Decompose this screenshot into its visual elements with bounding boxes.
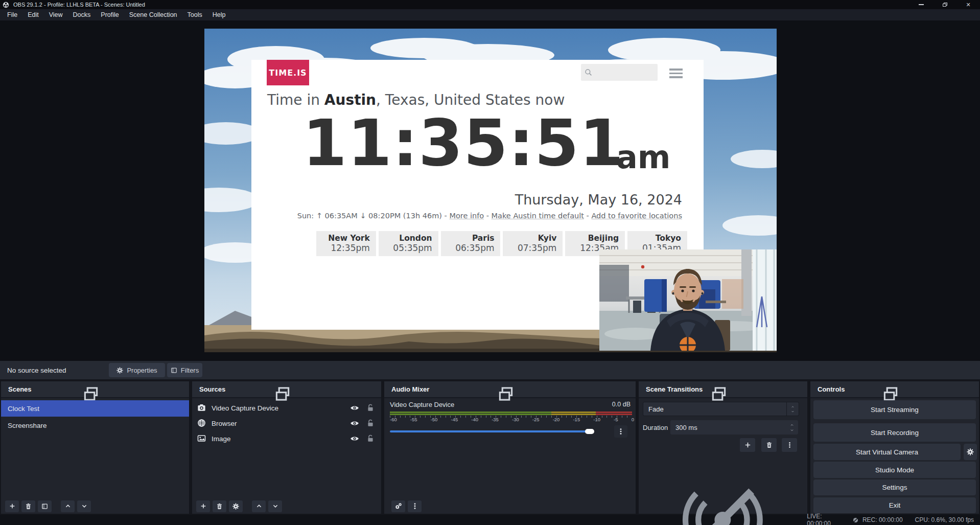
timeis-search-box bbox=[581, 64, 658, 81]
filters-button[interactable]: Filters bbox=[167, 363, 202, 377]
popout-icon[interactable] bbox=[0, 386, 185, 402]
source-row-image[interactable]: Image bbox=[192, 431, 381, 446]
studio-mode-button[interactable]: Studio Mode bbox=[813, 462, 976, 478]
timeis-logo: TIME.IS bbox=[267, 60, 309, 85]
scene-item-clock-test[interactable]: Clock Test bbox=[1, 400, 189, 417]
mixer-db-value: 0.0 dB bbox=[612, 401, 631, 408]
scene-filters-button[interactable] bbox=[38, 500, 52, 512]
visibility-eye-icon[interactable] bbox=[350, 419, 359, 428]
remove-scene-button[interactable] bbox=[21, 500, 35, 512]
city-clock: Kyiv07:35pm bbox=[503, 231, 563, 256]
popout-icon[interactable] bbox=[380, 386, 632, 402]
move-source-up-button[interactable] bbox=[252, 500, 266, 512]
chevron-down-icon bbox=[789, 428, 795, 432]
start-streaming-button[interactable]: Start Streaming bbox=[813, 400, 976, 419]
menu-tools[interactable]: Tools bbox=[182, 9, 207, 20]
volume-slider[interactable] bbox=[390, 430, 589, 432]
mixer-toolbar bbox=[391, 500, 422, 512]
chevron-down-icon bbox=[790, 410, 795, 413]
no-source-selected-label: No source selected bbox=[7, 361, 66, 379]
duration-label: Duration bbox=[643, 419, 668, 436]
menu-edit[interactable]: Edit bbox=[22, 9, 44, 20]
start-virtual-camera-button[interactable]: Start Virtual Camera bbox=[813, 444, 961, 460]
menu-help[interactable]: Help bbox=[207, 9, 231, 20]
scenes-panel: Scenes Clock Test Screenshare bbox=[1, 381, 189, 514]
duration-spinbox[interactable]: 300 ms bbox=[670, 420, 798, 435]
clock-ampm: am bbox=[616, 142, 670, 173]
start-recording-button[interactable]: Start Recording bbox=[813, 423, 976, 442]
window-title: OBS 29.1.2 - Profile: LLHLS BETA - Scene… bbox=[13, 2, 145, 8]
preview-canvas[interactable]: TIME.IS Time in Austin, Texas, United St… bbox=[204, 29, 777, 352]
scene-item-screenshare[interactable]: Screenshare bbox=[1, 417, 189, 433]
lock-icon[interactable] bbox=[366, 403, 375, 412]
cpu-status: CPU: 0.6%, 30.00 fps bbox=[915, 516, 974, 523]
menu-view[interactable]: View bbox=[44, 9, 68, 20]
clock-date: Thursday, May 16, 2024 bbox=[515, 192, 682, 208]
transition-select-spinner[interactable] bbox=[786, 402, 799, 416]
popout-icon[interactable] bbox=[188, 386, 377, 402]
advanced-audio-button[interactable] bbox=[391, 500, 405, 512]
virtual-camera-config-button[interactable] bbox=[964, 444, 977, 460]
rec-status: REC: 00:00:00 bbox=[852, 516, 903, 523]
minimize-button[interactable] bbox=[909, 0, 933, 9]
city-clock: London05:35pm bbox=[379, 231, 438, 256]
obs-logo-icon bbox=[3, 2, 9, 8]
more-info-link: More info bbox=[449, 212, 484, 220]
close-button[interactable]: ✕ bbox=[956, 0, 980, 9]
gear-icon bbox=[967, 448, 974, 455]
popout-icon[interactable] bbox=[635, 386, 803, 402]
sun-info-line: Sun: ↑ 06:35AM ↓ 08:20PM (13h 46m) - Mor… bbox=[297, 212, 682, 220]
transition-select[interactable]: Fade bbox=[643, 402, 799, 416]
menu-docks[interactable]: Docks bbox=[68, 9, 96, 20]
menu-file[interactable]: File bbox=[2, 9, 22, 20]
restore-icon bbox=[943, 3, 947, 7]
volume-slider-handle[interactable] bbox=[585, 429, 594, 434]
mixer-channel-name: Video Capture Device bbox=[390, 401, 454, 408]
menu-bar: File Edit View Docks Profile Scene Colle… bbox=[0, 9, 980, 20]
audio-mixer-panel: Audio Mixer Video Capture Device 0.0 dB … bbox=[384, 381, 636, 514]
duration-spinner[interactable] bbox=[786, 420, 798, 435]
add-scene-button[interactable] bbox=[5, 500, 19, 512]
record-off-icon bbox=[852, 517, 859, 523]
remove-transition-button[interactable] bbox=[761, 438, 777, 452]
move-scene-up-button[interactable] bbox=[61, 500, 75, 512]
source-properties-button[interactable] bbox=[229, 500, 243, 512]
visibility-eye-icon[interactable] bbox=[350, 434, 359, 443]
mixer-channel-menu-button[interactable] bbox=[614, 425, 627, 438]
webcam-source bbox=[599, 249, 777, 351]
mixer-menu-button[interactable] bbox=[408, 500, 422, 512]
properties-button[interactable]: Properties bbox=[109, 363, 165, 377]
sources-toolbar bbox=[196, 500, 282, 512]
restore-button[interactable] bbox=[933, 0, 956, 9]
clock-time: 11:35:51 bbox=[302, 111, 624, 175]
live-status: LIVE: 00:00:00 bbox=[642, 482, 839, 525]
broadcast-off-icon bbox=[642, 482, 803, 525]
sources-header[interactable]: Sources bbox=[192, 381, 381, 398]
lock-icon[interactable] bbox=[366, 419, 375, 427]
status-bar: LIVE: 00:00:00 REC: 00:00:00 CPU: 0.6%, … bbox=[0, 515, 980, 525]
add-transition-button[interactable] bbox=[740, 438, 755, 452]
controls-header[interactable]: Controls bbox=[810, 381, 979, 398]
move-scene-down-button[interactable] bbox=[77, 500, 91, 512]
visibility-eye-icon[interactable] bbox=[350, 403, 359, 413]
popout-icon[interactable] bbox=[806, 386, 975, 402]
chevron-up-icon bbox=[789, 423, 795, 427]
source-row-video-capture[interactable]: Video Capture Device bbox=[192, 400, 381, 416]
image-icon bbox=[197, 434, 206, 443]
menu-scene-collection[interactable]: Scene Collection bbox=[124, 9, 182, 20]
menu-profile[interactable]: Profile bbox=[96, 9, 124, 20]
move-source-down-button[interactable] bbox=[268, 500, 282, 512]
hamburger-menu-icon bbox=[669, 69, 683, 80]
transitions-header[interactable]: Scene Transitions bbox=[639, 381, 807, 398]
lock-icon[interactable] bbox=[366, 434, 375, 443]
audio-mixer-header[interactable]: Audio Mixer bbox=[384, 381, 636, 398]
remove-source-button[interactable] bbox=[213, 500, 226, 512]
add-source-button[interactable] bbox=[196, 500, 210, 512]
title-bar: OBS 29.1.2 - Profile: LLHLS BETA - Scene… bbox=[0, 0, 980, 9]
scenes-header[interactable]: Scenes bbox=[1, 381, 189, 398]
add-favorite-link: Add to favorite locations bbox=[591, 212, 682, 220]
transition-menu-button[interactable] bbox=[782, 438, 797, 452]
source-row-browser[interactable]: Browser bbox=[192, 416, 381, 431]
preview-area: TIME.IS Time in Austin, Texas, United St… bbox=[0, 20, 980, 361]
gear-icon bbox=[116, 367, 123, 374]
